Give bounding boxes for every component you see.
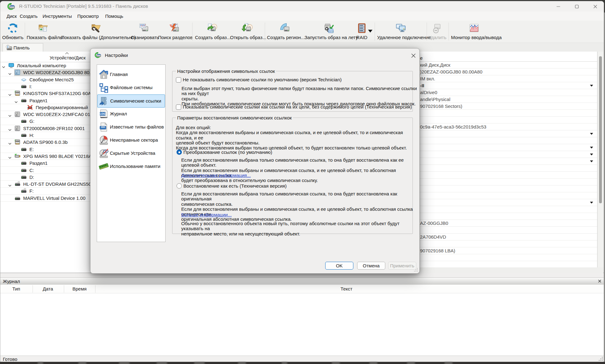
more-information-link-1[interactable]: Дополнительная информация... xyxy=(181,173,251,178)
more-information-link-2[interactable]: Больше информации... xyxy=(181,212,232,217)
link-transformation-label[interactable]: Преобразование ссылок (по умолчанию) xyxy=(183,150,272,155)
settings-sidebar-item-file-systems[interactable]: Файловые системы xyxy=(97,81,165,94)
property-row[interactable] xyxy=(418,185,597,192)
property-row[interactable] xyxy=(418,206,597,213)
property-row[interactable] xyxy=(418,240,597,247)
property-row[interactable] xyxy=(418,199,597,206)
property-row[interactable] xyxy=(418,151,597,158)
settings-sidebar-item-main[interactable]: Главная xyxy=(97,68,165,81)
tree-expand-chevron-icon[interactable] xyxy=(14,99,18,104)
property-row[interactable]: AZ-00GGJB0 xyxy=(418,220,597,227)
property-row[interactable] xyxy=(418,227,597,234)
settings-sidebar-item-label: Использование памяти xyxy=(110,164,161,169)
tree-expand-chevron-icon[interactable] xyxy=(8,155,12,160)
menu-help[interactable]: Помощь xyxy=(105,12,123,21)
property-row[interactable]: andle\Physical xyxy=(418,96,597,103)
raid-button[interactable]: RAID xyxy=(356,21,368,42)
dialog-resize-grip-icon[interactable] xyxy=(414,268,418,272)
property-row[interactable] xyxy=(418,172,597,179)
resize-grip-icon[interactable] xyxy=(599,357,603,361)
property-dropdown-caret[interactable] xyxy=(590,202,593,204)
property-row[interactable]: 907029168 Sectors) xyxy=(418,103,597,110)
settings-sidebar-item-log[interactable]: LOGЖурнал xyxy=(97,108,165,121)
property-row[interactable]: 2A706D4VD xyxy=(418,234,597,240)
tree-expand-chevron-icon[interactable] xyxy=(8,113,12,118)
show-files-advanced-button[interactable]: Показать файлы (Дополнительно) xyxy=(61,21,130,42)
io-monitor-icon xyxy=(469,23,480,34)
tree-expand-chevron-icon[interactable] xyxy=(8,141,12,146)
settings-sidebar-item-hidden-devices[interactable]: Скрытые Устройства xyxy=(97,147,165,160)
property-row[interactable] xyxy=(418,261,597,267)
tree-expand-chevron-icon[interactable] xyxy=(8,127,12,132)
tree-expand-chevron-icon[interactable] xyxy=(2,64,5,69)
tree-expand-chevron-icon[interactable] xyxy=(8,183,12,188)
property-row[interactable] xyxy=(418,144,597,151)
show-symlinks-as-links-label[interactable]: Показывать символические ссылки как ссыл… xyxy=(183,104,412,109)
property-row[interactable] xyxy=(418,158,597,165)
io-monitor-button[interactable]: Монитор ввода/вывода xyxy=(451,21,497,42)
menu-tools[interactable]: Инструменты xyxy=(43,12,72,21)
property-row[interactable] xyxy=(418,213,597,220)
cancel-button[interactable]: Отмена xyxy=(357,262,385,270)
close-button[interactable] xyxy=(588,1,602,12)
menu-disk[interactable]: Диск xyxy=(7,12,17,21)
property-row[interactable] xyxy=(418,165,597,172)
search-partitions-button[interactable]: Поиск разделов xyxy=(158,21,191,42)
property-row[interactable] xyxy=(418,130,597,137)
menu-view[interactable]: Просмотр xyxy=(77,12,99,21)
scan-button[interactable]: Сканировать xyxy=(131,21,157,42)
settings-sidebar-item-bad-sectors[interactable]: Неисправные сектора xyxy=(97,134,165,147)
property-row[interactable] xyxy=(418,137,597,144)
property-row[interactable] xyxy=(418,179,597,185)
property-dropdown-caret[interactable] xyxy=(590,133,593,135)
property-row[interactable]: кий Диск,Диск xyxy=(418,62,597,68)
tab-disk-panel[interactable]: Панель дисков xyxy=(3,43,43,52)
ok-button[interactable]: OK xyxy=(325,262,353,270)
property-row[interactable]: alDrive0 xyxy=(418,89,597,96)
properties-scrollbar[interactable] xyxy=(598,52,603,267)
property-row[interactable]: 907029168 LBA) xyxy=(418,247,597,254)
recover-as-is-label[interactable]: Восстановление как есть (Техническая вер… xyxy=(183,184,287,189)
property-row[interactable] xyxy=(418,117,597,124)
property-row[interactable] xyxy=(418,192,597,199)
show-files-button[interactable]: Показать файлы xyxy=(27,21,59,42)
settings-sidebar-item-symlinks[interactable]: Символические ссылки xyxy=(97,94,165,108)
tree-expand-chevron-icon[interactable] xyxy=(8,92,12,97)
property-row[interactable] xyxy=(418,110,597,117)
property-dropdown-caret[interactable] xyxy=(590,160,593,162)
log-column-text[interactable]: Текст xyxy=(328,286,365,291)
create-image-label: Создать образ... xyxy=(195,35,229,40)
property-dropdown-caret[interactable] xyxy=(590,85,593,87)
property-row[interactable]: IM вкл. xyxy=(418,75,597,82)
hide-symlinks-checkbox[interactable] xyxy=(176,77,181,83)
link-transformation-radio[interactable] xyxy=(177,149,182,155)
tree-expand-chevron-icon[interactable] xyxy=(8,71,12,76)
log-column-time[interactable]: Время xyxy=(61,286,98,291)
minimize-button[interactable] xyxy=(551,1,566,12)
menu-create[interactable]: Создать xyxy=(20,12,38,21)
property-dropdown-caret[interactable] xyxy=(590,147,593,149)
apply-button[interactable]: Применить xyxy=(388,262,416,270)
dialog-close-icon[interactable] xyxy=(409,52,418,60)
show-symlinks-as-links-checkbox[interactable] xyxy=(176,104,181,110)
settings-sidebar-item-known-file-types[interactable]: ***Известные типы файлов xyxy=(97,121,165,134)
mount-image-button[interactable]: Запустить образ на лету xyxy=(305,21,353,42)
create-region-button[interactable]: Создать регион... xyxy=(267,21,303,42)
settings-sidebar-item-label: Журнал xyxy=(110,111,127,116)
hide-symlinks-label[interactable]: Не показывать символические ссылки по ум… xyxy=(183,77,342,82)
settings-sidebar-item-memory-usage[interactable]: Использование памяти xyxy=(97,160,165,173)
recover-as-is-radio[interactable] xyxy=(177,183,182,189)
remote-connection-button[interactable]: Удаленное подключение xyxy=(377,21,425,42)
property-row[interactable]: 0c9a-47e5-aca3-56c2019d3c53 xyxy=(418,124,597,130)
log-close-icon[interactable] xyxy=(597,279,602,283)
raid-dropdown-caret[interactable] xyxy=(368,30,372,33)
properties-scrollbar-thumb[interactable] xyxy=(599,56,602,203)
property-row[interactable] xyxy=(418,254,597,261)
property-row[interactable]: -II xyxy=(418,82,597,89)
create-image-button[interactable]: Создать образ... xyxy=(195,21,229,42)
maximize-button[interactable] xyxy=(570,1,584,12)
open-image-button[interactable]: Открыть образ... xyxy=(230,21,264,42)
refresh-button[interactable]: Обновить xyxy=(0,21,25,42)
property-row[interactable]: )20EZAZ-00GGJB0 80.00A80 xyxy=(418,68,597,75)
property-dropdown-caret[interactable] xyxy=(590,154,593,155)
